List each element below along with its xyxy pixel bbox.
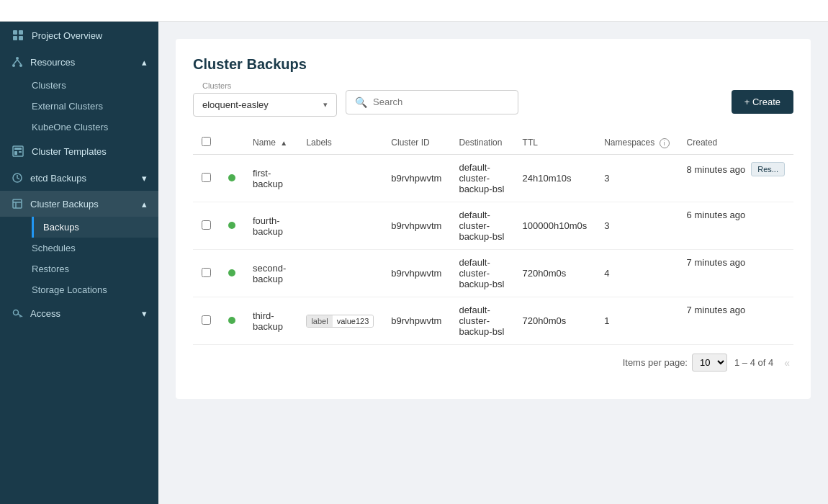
select-all-checkbox[interactable] [202, 137, 211, 146]
resources-label: Resources [30, 57, 135, 68]
backup-name: second-backup [244, 250, 297, 297]
access-chevron-icon: ▾ [142, 308, 147, 319]
sidebar-item-cluster-backups[interactable]: Cluster Backups ▴ [0, 191, 158, 217]
schedules-label: Schedules [32, 243, 147, 253]
status-dot [228, 222, 235, 229]
namespaces-info-icon[interactable]: i [660, 138, 670, 148]
restore-button[interactable]: Res... [751, 162, 785, 176]
table-row: first-backupb9rvhpwvtmdefault-cluster-ba… [193, 155, 793, 202]
table-footer: Items per page: 10 20 50 1 – 4 of 4 « [193, 345, 793, 372]
backup-namespaces: 3 [595, 202, 678, 250]
backup-created: 7 minutes ago [678, 297, 793, 323]
row-checkbox[interactable] [202, 268, 211, 277]
row-checkbox[interactable] [202, 173, 211, 182]
created-col-label: Created [687, 138, 718, 148]
search-input[interactable] [373, 96, 509, 107]
svg-rect-12 [19, 151, 22, 153]
backup-created: 8 minutes agoRes... [678, 155, 793, 184]
ttl-col-label: TTL [523, 138, 538, 148]
row-checkbox[interactable] [202, 315, 211, 325]
sidebar-item-external-clusters[interactable]: External Clusters [32, 96, 158, 117]
toolbar: Clusters eloquent-easley ▾ 🔍 + Create [193, 87, 793, 117]
grid-icon [12, 29, 24, 42]
backup-cluster-id: b9rvhpwvtm [382, 297, 450, 345]
sidebar-item-storage-locations[interactable]: Storage Locations [32, 279, 158, 300]
content-card: Cluster Backups Clusters eloquent-easley… [176, 39, 811, 399]
svg-rect-3 [19, 36, 23, 40]
backup-labels [297, 202, 382, 250]
sidebar-item-kubeone-clusters[interactable]: KubeOne Clusters [32, 117, 158, 138]
storage-locations-label: Storage Locations [32, 284, 147, 295]
backup-labels [297, 250, 382, 297]
sidebar-item-etcd-backups[interactable]: etcd Backups ▾ [0, 165, 158, 191]
cluster-backups-chevron-icon: ▴ [142, 199, 147, 210]
backup-ttl: 720h0m0s [514, 250, 596, 297]
backup-destination: default-cluster-backup-bsl [450, 202, 513, 250]
svg-point-17 [14, 310, 19, 315]
backup-name: first-backup [244, 155, 297, 202]
svg-line-7 [14, 60, 17, 64]
backup-ttl: 24h10m10s [514, 155, 596, 202]
backup-namespaces: 4 [595, 250, 678, 297]
cluster-id-col-header: Cluster ID [382, 131, 450, 155]
row-checkbox[interactable] [202, 220, 211, 230]
sidebar-item-clusters[interactable]: Clusters [32, 75, 158, 96]
sidebar-item-restores[interactable]: Restores [32, 258, 158, 279]
cluster-select-label: Clusters [200, 81, 233, 90]
backup-namespaces: 3 [595, 155, 678, 202]
diagram-icon [12, 56, 23, 68]
namespaces-col-header: Namespaces i [595, 131, 678, 155]
backups-icon [12, 198, 23, 210]
external-clusters-label: External Clusters [32, 101, 147, 112]
sidebar-item-backups[interactable]: Backups [32, 217, 158, 238]
backups-table: Name ▲ Labels Cluster ID Destination [193, 131, 793, 345]
cluster-templates-label: Cluster Templates [32, 146, 147, 157]
sidebar-item-cluster-templates[interactable]: Cluster Templates [0, 138, 158, 165]
destination-col-header: Destination [450, 131, 513, 155]
table-row: second-backupb9rvhpwvtmdefault-cluster-b… [193, 250, 793, 297]
top-bar [0, 0, 828, 22]
label-chip: labelvalue123 [306, 315, 374, 328]
cluster-id-col-label: Cluster ID [391, 138, 429, 148]
svg-point-4 [16, 57, 19, 60]
backup-destination: default-cluster-backup-bsl [450, 250, 513, 297]
cluster-select-value: eloquent-easley [202, 99, 323, 110]
resources-chevron-icon: ▴ [142, 57, 147, 68]
sidebar-item-access[interactable]: Access ▾ [0, 300, 158, 326]
backup-ttl: 100000h10m0s [514, 202, 596, 250]
svg-point-5 [12, 64, 15, 67]
sidebar-item-resources[interactable]: Resources ▴ [0, 49, 158, 75]
backup-labels: labelvalue123 [297, 297, 382, 345]
resources-sub: Clusters External Clusters KubeOne Clust… [0, 75, 158, 138]
name-col-header[interactable]: Name ▲ [244, 131, 297, 155]
sidebar-item-schedules[interactable]: Schedules [32, 238, 158, 258]
select-all-col [193, 131, 220, 155]
items-per-page: Items per page: 10 20 50 [623, 354, 727, 372]
page-range-info: 1 – 4 of 4 [734, 357, 773, 368]
status-dot [228, 269, 235, 276]
backup-created: 7 minutes ago [678, 250, 793, 275]
backup-cluster-id: b9rvhpwvtm [382, 250, 450, 297]
cluster-select-wrapper: Clusters eloquent-easley ▾ [193, 87, 337, 117]
per-page-select[interactable]: 10 20 50 [692, 354, 727, 372]
search-box[interactable]: 🔍 [346, 90, 518, 114]
labels-col-header: Labels [297, 131, 382, 155]
label-value: value123 [333, 315, 374, 327]
sidebar-item-project-overview[interactable]: Project Overview [0, 22, 158, 49]
backup-created: 6 minutes ago [678, 202, 793, 228]
ttl-col-header: TTL [514, 131, 596, 155]
svg-line-8 [17, 60, 21, 64]
etcd-backups-chevron-icon: ▾ [142, 173, 147, 184]
cluster-backups-sub: Backups Schedules Restores Storage Locat… [0, 217, 158, 300]
sidebar: Project Overview Resources ▴ Clusters [0, 22, 158, 504]
create-button[interactable]: + Create [732, 90, 793, 114]
first-page-button[interactable]: « [780, 356, 793, 370]
main-layout: Project Overview Resources ▴ Clusters [0, 22, 828, 504]
restores-label: Restores [32, 264, 147, 274]
page-nav: « [780, 356, 793, 370]
cluster-select[interactable]: eloquent-easley ▾ [193, 93, 337, 117]
table-row: third-backuplabelvalue123b9rvhpwvtmdefau… [193, 297, 793, 345]
key-icon [12, 307, 23, 319]
destination-col-label: Destination [459, 138, 502, 148]
svg-rect-14 [13, 199, 22, 208]
